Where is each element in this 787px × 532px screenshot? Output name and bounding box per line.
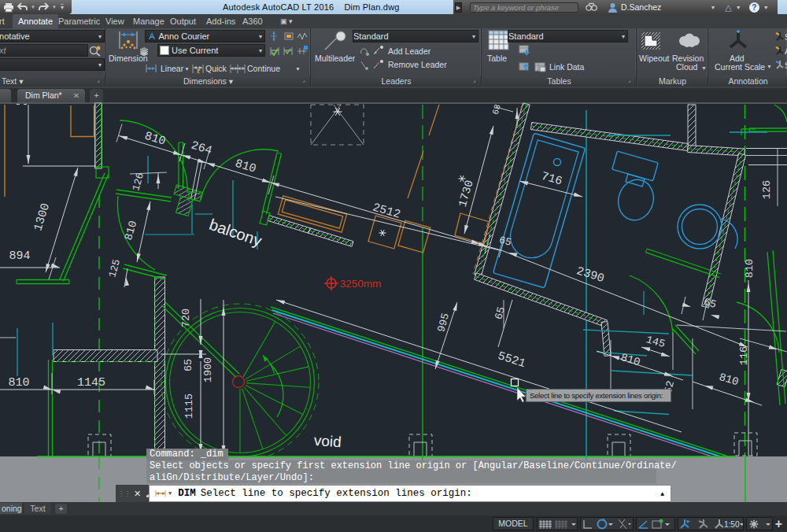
svg-text:65: 65 xyxy=(183,359,194,371)
svg-text:810: 810 xyxy=(8,376,29,390)
svg-text:1115: 1115 xyxy=(183,393,195,419)
svg-text:1145: 1145 xyxy=(77,376,105,390)
svg-text:void: void xyxy=(313,432,342,450)
svg-text:720: 720 xyxy=(180,308,192,327)
svg-text:126: 126 xyxy=(761,180,773,199)
svg-text:894: 894 xyxy=(9,249,30,263)
svg-text:1:50: 1:50 xyxy=(724,520,740,529)
svg-text:810: 810 xyxy=(744,259,756,278)
svg-text:3250mm: 3250mm xyxy=(340,278,382,290)
svg-text:1900: 1900 xyxy=(202,357,214,382)
